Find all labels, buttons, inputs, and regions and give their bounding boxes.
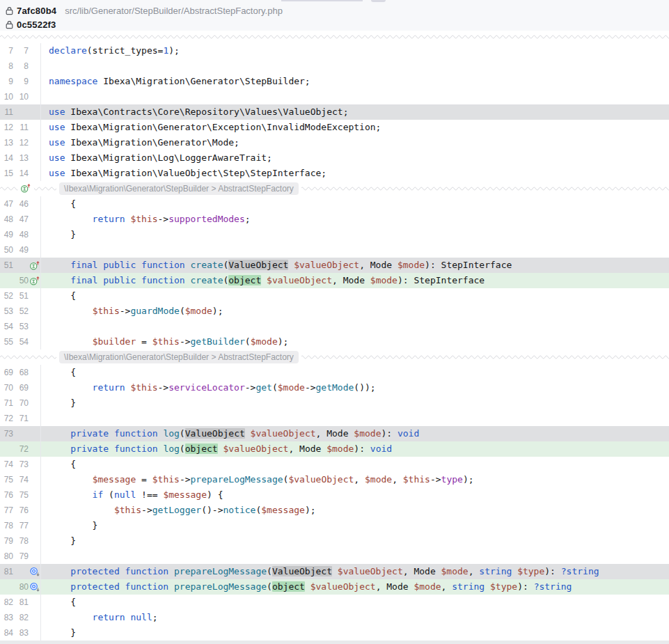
code-line[interactable]: 7574 $message = $this->prepareLogMessage… — [0, 472, 669, 487]
code-text: final public function create(object $val… — [41, 273, 669, 288]
old-line-number: 73 — [1, 426, 13, 441]
code-line[interactable]: 1010 — [0, 89, 669, 104]
old-line-number: 52 — [1, 288, 13, 304]
code-line[interactable]: 6968 { — [0, 365, 669, 380]
code-line-added[interactable]: 72 private function log(object $valueObj… — [0, 441, 669, 457]
new-line-number: 12 — [16, 135, 29, 150]
old-line-number: 8 — [1, 58, 13, 74]
code-line[interactable]: 4847 return $this->supportedModes; — [0, 212, 669, 227]
new-line-number: 71 — [16, 411, 29, 426]
code-line-removed[interactable]: 81 protected function prepareLogMessage(… — [0, 564, 669, 579]
collapsed-region-separator[interactable]: \Ibexa\Migration\Generator\StepBuilder >… — [0, 181, 669, 196]
diff-header: 7afc80b4 src/lib/Generator/StepBuilder/A… — [0, 0, 669, 31]
new-line-number: 10 — [16, 89, 29, 104]
code-text: } — [41, 625, 669, 641]
code-line-removed[interactable]: 11use Ibexa\Contracts\Core\Repository\Va… — [0, 104, 669, 120]
new-line-number: 13 — [16, 150, 29, 166]
code-text: return null; — [41, 610, 669, 625]
method-overridden-icon[interactable] — [29, 582, 40, 592]
code-line-added[interactable]: 80 protected function prepareLogMessage(… — [0, 579, 669, 595]
code-line[interactable]: 8281 { — [0, 595, 669, 610]
code-line[interactable]: 7271 — [0, 411, 669, 426]
new-line-number: 82 — [16, 610, 29, 625]
new-line-number: 14 — [16, 166, 29, 181]
code-text: use Ibexa\Contracts\Core\Repository\Valu… — [41, 104, 669, 120]
code-text: $message = $this->prepareLogMessage($val… — [41, 472, 669, 487]
code-text: namespace Ibexa\Migration\Generator\Step… — [41, 74, 669, 89]
code-text — [41, 58, 669, 74]
old-line-number: 54 — [1, 319, 13, 334]
code-text: { — [41, 457, 669, 472]
method-overridden-icon[interactable] — [29, 567, 40, 577]
code-text: return $this->supportedModes; — [41, 212, 669, 227]
code-line[interactable]: 5453 — [0, 319, 669, 334]
old-line-number: 71 — [1, 395, 13, 411]
code-line[interactable]: 7978 } — [0, 533, 669, 549]
code-line[interactable]: 4746 { — [0, 196, 669, 212]
old-line-number: 82 — [1, 595, 13, 610]
new-line-number: 50 — [16, 273, 29, 288]
code-text: $this->guardMode($mode); — [41, 304, 669, 319]
code-line[interactable]: 77declare(strict_types=1); — [0, 43, 669, 58]
implements-interface-icon[interactable] — [29, 276, 40, 286]
code-line[interactable]: 4948 } — [0, 227, 669, 242]
code-line[interactable]: 7473 { — [0, 457, 669, 472]
code-line[interactable]: 1413use Ibexa\Migration\Log\LoggerAwareT… — [0, 150, 669, 166]
code-text: } — [41, 518, 669, 533]
code-line[interactable]: 5554 $builder = $this->getBuilder($mode)… — [0, 334, 669, 350]
code-line[interactable]: 7069 return $this->serviceLocator->get($… — [0, 380, 669, 395]
code-text: declare(strict_types=1); — [41, 43, 669, 58]
code-line[interactable]: 5352 $this->guardMode($mode); — [0, 304, 669, 319]
old-line-number: 11 — [1, 104, 13, 120]
code-line[interactable]: 7675 if (null !== $message) { — [0, 487, 669, 503]
old-line-number: 10 — [1, 89, 13, 104]
code-line[interactable]: 8382 return null; — [0, 610, 669, 625]
collapsed-region-separator[interactable]: \Ibexa\Migration\Generator\StepBuilder >… — [0, 350, 669, 365]
code-text — [41, 549, 669, 564]
code-line-removed[interactable]: 73 private function log(ValueObject $val… — [0, 426, 669, 441]
code-line[interactable]: 5049 — [0, 242, 669, 258]
code-line[interactable]: 7877 } — [0, 518, 669, 533]
code-text — [41, 319, 669, 334]
old-line-number: 75 — [1, 472, 13, 487]
code-line[interactable]: 5251 { — [0, 288, 669, 304]
code-line[interactable]: 1211use Ibexa\Migration\Generator\Except… — [0, 120, 669, 135]
old-line-number: 78 — [1, 518, 13, 533]
code-line[interactable]: 88 — [0, 58, 669, 74]
new-line-number: 53 — [16, 319, 29, 334]
new-line-number: 73 — [16, 457, 29, 472]
code-line[interactable]: 1514use Ibexa\Migration\ValueObject\Step… — [0, 166, 669, 181]
implements-interface-icon[interactable] — [29, 260, 40, 271]
code-line[interactable]: 8483 } — [0, 625, 669, 641]
old-line-number: 79 — [1, 533, 13, 549]
new-line-number: 68 — [16, 365, 29, 380]
code-text: $this->getLogger()->notice($message); — [41, 503, 669, 518]
code-text: { — [41, 196, 669, 212]
code-line[interactable]: 7776 $this->getLogger()->notice($message… — [0, 503, 669, 518]
code-line[interactable]: 8079 — [0, 549, 669, 564]
implements-interface-icon[interactable] — [19, 183, 33, 194]
code-line-removed[interactable]: 51 final public function create(ValueObj… — [0, 258, 669, 273]
code-text: protected function prepareLogMessage(Val… — [41, 564, 669, 579]
new-line-number: 9 — [16, 74, 29, 89]
new-line-number — [16, 426, 29, 441]
header-separator-wave — [0, 31, 669, 43]
code-line-added[interactable]: 50 final public function create(object $… — [0, 273, 669, 288]
new-line-number: 70 — [16, 395, 29, 411]
code-text: $builder = $this->getBuilder($mode); — [41, 334, 669, 350]
old-line-number: 74 — [1, 457, 13, 472]
collapsed-scope-label: \Ibexa\Migration\Generator\StepBuilder >… — [59, 351, 299, 363]
code-line[interactable]: 7170 } — [0, 395, 669, 411]
old-line-number: 47 — [1, 196, 13, 212]
new-line-number: 83 — [16, 625, 29, 641]
code-text: use Ibexa\Migration\Generator\Mode; — [41, 135, 669, 150]
revision-row-old: 7afc80b4 src/lib/Generator/StepBuilder/A… — [0, 5, 669, 17]
code-text: } — [41, 227, 669, 242]
revision-old-hash: 7afc80b4 — [17, 5, 56, 17]
diff-viewer: 7afc80b4 src/lib/Generator/StepBuilder/A… — [0, 0, 669, 644]
old-line-number: 48 — [1, 212, 13, 227]
code-line[interactable]: 1312use Ibexa\Migration\Generator\Mode; — [0, 135, 669, 150]
new-line-number — [16, 104, 29, 120]
code-line[interactable]: 99namespace Ibexa\Migration\Generator\St… — [0, 74, 669, 89]
old-line-number: 80 — [1, 549, 13, 564]
